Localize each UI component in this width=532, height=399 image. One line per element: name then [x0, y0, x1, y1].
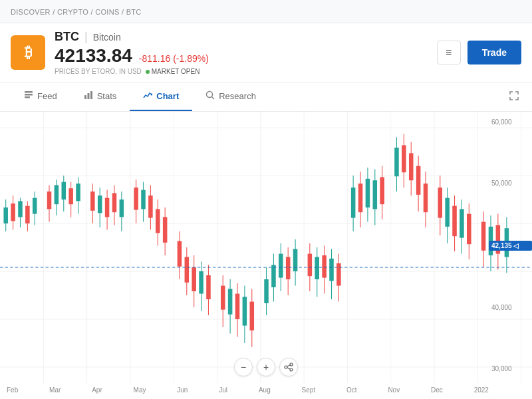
x-label-sept: Sept: [302, 386, 316, 394]
svg-rect-132: [452, 206, 457, 237]
zoom-in-button[interactable]: +: [257, 358, 275, 376]
svg-rect-88: [264, 279, 269, 303]
svg-rect-30: [11, 203, 15, 221]
svg-rect-94: [286, 257, 291, 279]
svg-rect-2: [25, 96, 30, 98]
svg-rect-48: [90, 192, 95, 211]
svg-line-8: [212, 97, 215, 100]
svg-rect-110: [358, 184, 363, 212]
x-label-2022: 2022: [474, 386, 489, 394]
tab-research[interactable]: Research: [192, 82, 269, 111]
share-button[interactable]: [279, 358, 298, 376]
svg-rect-38: [47, 192, 52, 209]
svg-point-146: [290, 363, 293, 366]
svg-rect-1: [25, 94, 33, 96]
tab-research-label: Research: [219, 91, 256, 101]
coin-full-name: Bitcoin: [93, 32, 121, 43]
y-label-30k: 30,000: [489, 365, 532, 372]
svg-rect-124: [416, 166, 421, 195]
y-axis-labels: 60,000 50,000 42,135 ◁ 40,000 30,000: [489, 112, 532, 379]
x-label-oct: Oct: [346, 386, 357, 394]
x-axis-labels: Feb Mar Apr May Jun Jul Aug Sept Oct Nov…: [7, 380, 489, 399]
svg-point-7: [207, 92, 213, 98]
filter-button[interactable]: ≡: [437, 41, 461, 65]
header-section: ₿ BTC | Bitcoin 42133.84 -811.16 (-1.89%…: [0, 23, 532, 82]
coin-separator: |: [84, 30, 88, 44]
svg-point-148: [290, 368, 293, 371]
svg-rect-106: [336, 263, 341, 286]
x-label-may: May: [134, 386, 146, 394]
svg-rect-82: [235, 294, 240, 319]
header-actions: ≡ Trade: [437, 41, 521, 65]
y-label-60k: 60,000: [489, 118, 532, 126]
y-label-40k: 40,000: [489, 304, 532, 311]
svg-rect-136: [467, 214, 471, 245]
svg-rect-34: [25, 206, 30, 223]
price-change: -811.16 (-1.89%): [139, 53, 209, 64]
svg-rect-78: [221, 286, 225, 310]
svg-line-149: [287, 365, 290, 366]
svg-rect-138: [481, 222, 486, 251]
btc-logo: ₿: [11, 35, 45, 70]
svg-rect-58: [134, 188, 138, 210]
x-label-jun: Jun: [177, 386, 188, 394]
research-icon: [205, 90, 215, 102]
svg-rect-62: [148, 196, 153, 218]
tab-feed[interactable]: Feed: [11, 82, 70, 111]
svg-point-147: [285, 366, 287, 368]
x-label-apr: Apr: [92, 386, 102, 394]
tab-stats-label: Stats: [97, 91, 117, 101]
btc-logo-symbol: ₿: [25, 44, 32, 61]
svg-rect-92: [279, 254, 283, 278]
svg-rect-72: [192, 267, 196, 291]
svg-rect-102: [322, 255, 327, 278]
tab-chart[interactable]: Chart: [130, 82, 192, 111]
price-value: 42133.84: [55, 45, 132, 66]
main-container: DISCOVER / CRYPTO / COINS / BTC ₿ BTC | …: [0, 0, 532, 399]
svg-rect-84: [243, 297, 247, 325]
svg-rect-76: [206, 275, 211, 299]
candlestick-chart: [0, 112, 532, 399]
tab-stats[interactable]: Stats: [70, 82, 130, 111]
svg-rect-74: [199, 271, 203, 294]
svg-rect-118: [394, 148, 399, 176]
tab-chart-label: Chart: [156, 91, 179, 101]
svg-rect-116: [380, 177, 384, 204]
svg-rect-0: [25, 91, 33, 93]
breadcrumb: DISCOVER / CRYPTO / COINS / BTC: [11, 8, 142, 16]
svg-rect-98: [308, 254, 313, 277]
x-label-dec: Dec: [431, 386, 443, 394]
market-status: MARKET OPEN: [146, 68, 200, 75]
x-label-aug: Aug: [259, 386, 271, 394]
svg-rect-112: [366, 179, 370, 207]
expand-chart-button[interactable]: [507, 88, 521, 105]
breadcrumb-bar: DISCOVER / CRYPTO / COINS / BTC: [0, 0, 532, 23]
coin-name-row: BTC | Bitcoin: [55, 30, 437, 44]
svg-rect-3: [84, 95, 86, 99]
x-label-jul: Jul: [219, 386, 227, 394]
svg-rect-36: [33, 198, 37, 214]
svg-rect-86: [250, 302, 255, 331]
svg-rect-68: [178, 241, 182, 266]
chart-area: 60,000 50,000 42,135 ◁ 40,000 30,000 Feb…: [0, 112, 532, 399]
trade-button[interactable]: Trade: [467, 41, 521, 65]
svg-rect-44: [68, 188, 73, 204]
svg-rect-108: [351, 188, 356, 218]
market-open-dot: [146, 70, 150, 74]
feed-icon: [24, 90, 33, 102]
x-label-mar: Mar: [49, 386, 61, 394]
svg-rect-46: [76, 184, 80, 201]
stats-icon: [84, 90, 93, 102]
y-label-current: 42,135 ◁: [489, 241, 532, 251]
svg-rect-52: [105, 198, 110, 217]
svg-rect-66: [163, 217, 168, 242]
zoom-out-button[interactable]: −: [234, 358, 253, 376]
svg-rect-134: [460, 209, 464, 237]
svg-rect-42: [62, 182, 66, 200]
svg-rect-54: [112, 193, 117, 212]
tabs-bar: Feed Stats Chart: [0, 82, 532, 112]
x-label-feb: Feb: [7, 386, 18, 394]
svg-rect-50: [98, 196, 102, 213]
svg-rect-40: [55, 185, 59, 204]
svg-rect-128: [438, 188, 443, 218]
